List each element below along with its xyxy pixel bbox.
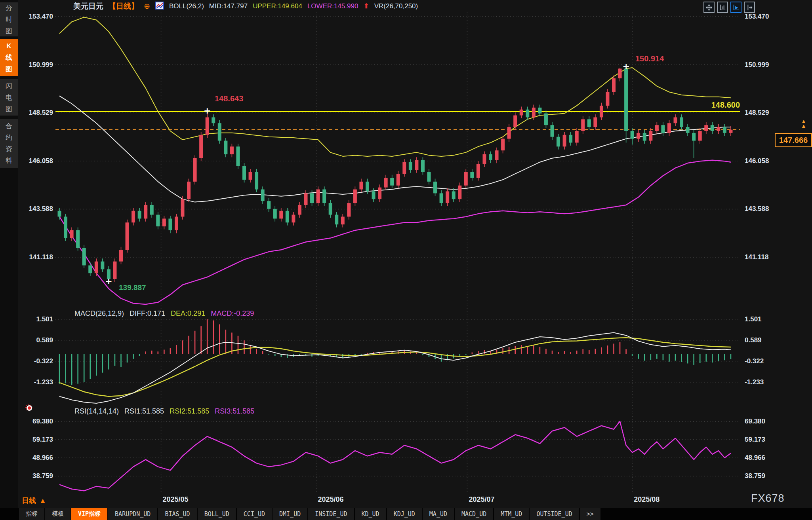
boll-lower-value: LOWER:145.990 bbox=[307, 2, 358, 10]
rsi-line bbox=[59, 421, 731, 491]
macd-tick-right: -0.322 bbox=[745, 357, 788, 366]
sidebar-item-1[interactable]: 分时图 bbox=[0, 2, 18, 36]
indicator-tab[interactable]: BARUPDN_UD bbox=[108, 508, 157, 520]
timeframe-label: 日线 bbox=[22, 496, 36, 505]
macd-title: MACD(26,12,9) bbox=[74, 309, 124, 318]
candle-body bbox=[507, 127, 511, 139]
mini-chart-icon[interactable] bbox=[155, 2, 164, 11]
candle-body bbox=[711, 125, 714, 131]
boll-mid-value: MID:147.797 bbox=[209, 2, 248, 10]
rsi1-value: RSI1:51.585 bbox=[124, 407, 164, 416]
macd-tick-left: -0.322 bbox=[17, 357, 53, 366]
candle-body bbox=[587, 119, 591, 127]
indicator-tab[interactable]: MACD_UD bbox=[455, 508, 493, 520]
candle-body bbox=[76, 230, 80, 248]
candle-body bbox=[538, 108, 541, 114]
rsi3-value: RSI3:51.585 bbox=[215, 407, 254, 416]
rsi-tick-left: 48.966 bbox=[17, 454, 53, 462]
sidebar-item-2[interactable]: K线图 bbox=[0, 39, 18, 76]
indicator-tab[interactable]: DMI_UD bbox=[273, 508, 307, 520]
axis-bars-icon[interactable] bbox=[717, 2, 728, 13]
indicator-tab[interactable]: MA_UD bbox=[423, 508, 454, 520]
timeframe-button[interactable]: 日线 ▲ bbox=[22, 496, 46, 505]
price-tick-left: 141.118 bbox=[17, 253, 53, 262]
candle-body bbox=[643, 133, 646, 141]
candle-body bbox=[551, 125, 554, 137]
chart-canvas[interactable]: +++ bbox=[0, 0, 812, 520]
candle-body bbox=[187, 182, 191, 199]
sidebar-item-4[interactable]: 合约资料 bbox=[0, 119, 18, 168]
indicator-tab[interactable]: OUTSIDE_UD bbox=[530, 508, 579, 520]
indicator-tab[interactable]: MTM_UD bbox=[494, 508, 529, 520]
macd-macd-value: MACD:-0.239 bbox=[211, 309, 254, 318]
triangle-up-icon: ▲ bbox=[39, 497, 46, 505]
candle-body bbox=[310, 193, 314, 203]
annotation-aug-high: 150.914 bbox=[635, 54, 664, 63]
chart-header: 美元日元 【日线】 ⊕ BOLL(26,2) MID:147.797 UPPER… bbox=[73, 1, 418, 11]
macd-diff-line bbox=[59, 333, 731, 404]
price-tick-right: 150.999 bbox=[745, 61, 788, 69]
axis-play-icon[interactable] bbox=[730, 2, 741, 13]
candle-body bbox=[458, 186, 461, 199]
candle-body bbox=[144, 205, 147, 218]
macd-dea-line bbox=[59, 338, 731, 396]
candle-body bbox=[384, 178, 388, 188]
candle-body bbox=[464, 172, 468, 185]
indicator-tab[interactable]: BIAS_UD bbox=[158, 508, 196, 520]
candle-body bbox=[704, 125, 708, 131]
indicator-tab[interactable]: KD_UD bbox=[355, 508, 386, 520]
candle-body bbox=[181, 199, 185, 216]
candle-body bbox=[119, 250, 123, 262]
candle-body bbox=[366, 182, 369, 192]
candle-body bbox=[212, 117, 215, 123]
indicator-tab[interactable]: INSIDE_UD bbox=[308, 508, 354, 520]
target-plus-icon[interactable]: ⊕ bbox=[144, 2, 150, 10]
candle-body bbox=[698, 131, 702, 141]
macd-tick-right: -1.233 bbox=[745, 378, 788, 387]
rsi-tick-right: 48.966 bbox=[745, 454, 788, 462]
candle-body bbox=[729, 130, 732, 133]
candle-body bbox=[593, 117, 597, 127]
candle-body bbox=[359, 182, 363, 190]
timeframe-tag[interactable]: 【日线】 bbox=[109, 1, 139, 11]
candle-body bbox=[513, 116, 517, 127]
pan-move-icon[interactable] bbox=[703, 2, 715, 13]
macd-dea-value: DEA:0.291 bbox=[171, 309, 205, 318]
candle-body bbox=[70, 230, 74, 238]
price-tick-left: 146.058 bbox=[17, 157, 53, 165]
price-tick-right: 148.529 bbox=[745, 108, 788, 117]
candle-body bbox=[286, 211, 289, 223]
price-tick-right: 143.588 bbox=[745, 205, 788, 213]
macd-tick-right: 1.501 bbox=[745, 315, 788, 324]
candle-body bbox=[279, 211, 283, 219]
sidebar: 分时图K线图闪电图合约资料 bbox=[0, 0, 18, 520]
indicator-tab[interactable]: 指标 bbox=[19, 508, 44, 520]
extreme-plus-marker: + bbox=[105, 276, 112, 286]
candle-body bbox=[132, 211, 135, 223]
indicator-tab[interactable]: BOLL_UD bbox=[198, 508, 236, 520]
shift-right-icon[interactable] bbox=[744, 2, 755, 13]
candle-body bbox=[378, 188, 381, 199]
sidebar-item-3[interactable]: 闪电图 bbox=[0, 79, 18, 116]
rsi-tick-left: 69.380 bbox=[17, 417, 53, 426]
indicator-tab[interactable]: >> bbox=[580, 508, 600, 520]
candle-body bbox=[482, 154, 486, 164]
indicator-tab[interactable]: 模板 bbox=[45, 508, 71, 520]
indicator-tab[interactable]: KDJ_UD bbox=[387, 508, 422, 520]
candle-body bbox=[95, 262, 98, 273]
candle-body bbox=[390, 178, 394, 186]
candle-body bbox=[421, 160, 425, 172]
candle-body bbox=[661, 125, 665, 133]
price-tick-left: 148.529 bbox=[17, 108, 53, 117]
candle-body bbox=[606, 92, 609, 105]
candle-body bbox=[575, 131, 579, 143]
indicator-tab[interactable]: CCI_UD bbox=[237, 508, 272, 520]
candle-body bbox=[64, 216, 67, 238]
indicator-tab[interactable]: VIP指标 bbox=[71, 508, 107, 520]
x-axis-month-label: 2025/06 bbox=[318, 495, 343, 504]
watermark: FX678 bbox=[751, 492, 785, 505]
macd-tick-left: -1.233 bbox=[17, 378, 53, 387]
candle-body bbox=[162, 218, 166, 226]
app-root: +++ 分时图K线图闪电图合约资料 美元日元 【日线】 ⊕ BOLL(26,2)… bbox=[0, 0, 812, 520]
alert-burst-icon[interactable]: ✳ bbox=[25, 403, 35, 413]
